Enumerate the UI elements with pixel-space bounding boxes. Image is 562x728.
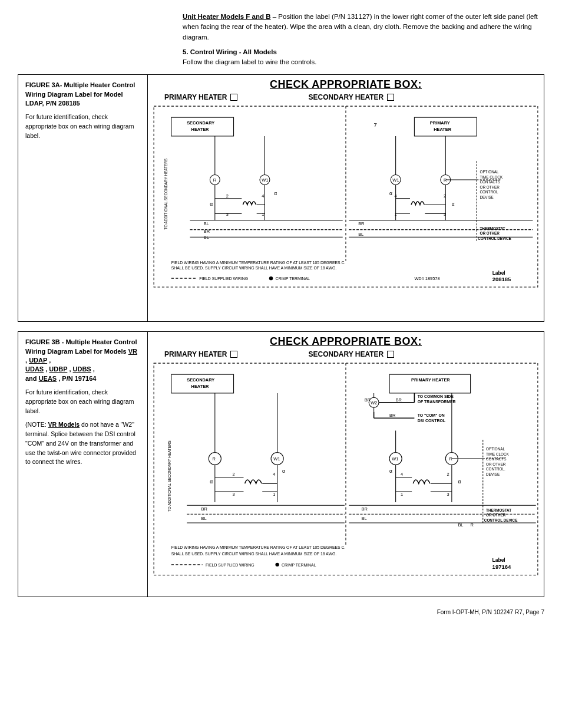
svg-text:DSI CONTROL: DSI CONTROL xyxy=(418,419,445,423)
svg-text:Label: Label xyxy=(492,557,505,563)
figure-3a-title: FIGURE 3A- Multiple Heater Control Wirin… xyxy=(25,81,140,108)
svg-text:R: R xyxy=(449,456,452,462)
svg-text:FIELD SUPPLIED WIRING: FIELD SUPPLIED WIRING xyxy=(206,563,254,567)
secondary-check-box xyxy=(387,94,394,101)
svg-text:R: R xyxy=(471,523,474,528)
figure-3a-svg: SECONDARY HEATER PRIMARY HEATER 7 R W1 2… xyxy=(153,105,539,305)
svg-text:TO ADDITIONAL SECONDARY HEATER: TO ADDITIONAL SECONDARY HEATERS xyxy=(164,159,168,230)
svg-text:DEVISE: DEVISE xyxy=(486,472,500,476)
svg-text:TO ADDITIONAL SECONDARY HEATER: TO ADDITIONAL SECONDARY HEATERS xyxy=(167,441,171,512)
svg-text:OR OTHER: OR OTHER xyxy=(486,513,506,518)
figure-3b-diagram: CHECK APPROPRIATE BOX: PRIMARY HEATER SE… xyxy=(148,332,544,596)
svg-point-73 xyxy=(269,276,273,280)
svg-text:OR OTHER: OR OTHER xyxy=(480,185,500,189)
svg-text:OR OTHER: OR OTHER xyxy=(480,231,500,235)
svg-text:BL: BL xyxy=(201,516,207,521)
svg-text:W1: W1 xyxy=(392,177,399,183)
svg-text:SHALL BE USED.  SUPPLY CIRCUIT: SHALL BE USED. SUPPLY CIRCUIT WIRING SHA… xyxy=(171,552,337,556)
svg-text:TIME CLOCK: TIME CLOCK xyxy=(486,452,509,456)
svg-text:OPTIONAL: OPTIONAL xyxy=(480,170,498,174)
svg-point-165 xyxy=(275,563,279,566)
svg-text:7: 7 xyxy=(374,121,377,128)
svg-text:3: 3 xyxy=(447,492,449,498)
svg-text:Label: Label xyxy=(492,270,505,276)
figure-3a-check-title: CHECK APPROPRIATE BOX: xyxy=(153,78,539,91)
svg-text:TO COMMON SIDE: TO COMMON SIDE xyxy=(418,395,454,399)
svg-text:CONTROL: CONTROL xyxy=(480,190,498,194)
svg-text:α: α xyxy=(210,202,213,207)
svg-text:1: 1 xyxy=(401,492,403,498)
svg-text:HEATER: HEATER xyxy=(191,127,209,133)
svg-text:W1: W1 xyxy=(262,177,268,183)
figure-3b-desc: For future identification, check appropr… xyxy=(25,388,140,416)
svg-text:CRIMP TERMINAL: CRIMP TERMINAL xyxy=(282,563,316,567)
svg-text:BL: BL xyxy=(458,523,463,528)
svg-text:HEATER: HEATER xyxy=(434,127,451,133)
page-footer: Form I-OPT-MH, P/N 102247 R7, Page 7 xyxy=(18,609,544,615)
svg-text:2: 2 xyxy=(226,193,229,199)
svg-text:W1: W1 xyxy=(392,456,398,462)
figure-3b-heater-labels: PRIMARY HEATER SECONDARY HEATER xyxy=(153,350,539,358)
svg-text:BR: BR xyxy=(201,506,207,512)
svg-text:PRIMARY: PRIMARY xyxy=(430,120,450,126)
svg-text:CONTACTS: CONTACTS xyxy=(480,180,500,185)
svg-text:W2: W2 xyxy=(371,400,377,406)
top-heading-para: Unit Heater Models F and B – Position th… xyxy=(183,12,544,42)
svg-text:HEATER: HEATER xyxy=(191,384,209,390)
svg-text:SHALL BE USED.  SUPPLY CIRCUIT: SHALL BE USED. SUPPLY CIRCUIT WIRING SHA… xyxy=(171,266,337,271)
svg-text:FIELD SUPPLIED WIRING: FIELD SUPPLIED WIRING xyxy=(199,277,248,281)
figure-3a-heater-labels: PRIMARY HEATER SECONDARY HEATER xyxy=(153,93,539,101)
top-section: Unit Heater Models F and B – Position th… xyxy=(183,12,544,67)
svg-text:BL: BL xyxy=(204,221,209,226)
svg-text:BL: BL xyxy=(204,235,209,241)
primary-check-box xyxy=(230,94,237,101)
svg-text:BR: BR xyxy=(396,397,402,403)
svg-text:CRIMP TERMINAL: CRIMP TERMINAL xyxy=(275,277,310,281)
svg-text:CONTACTS: CONTACTS xyxy=(486,457,506,461)
svg-text:4: 4 xyxy=(262,193,264,199)
figure-3a-box: FIGURE 3A- Multiple Heater Control Wirin… xyxy=(18,74,544,322)
figure-3a-secondary-label: SECONDARY HEATER xyxy=(308,93,394,101)
figure-3b-title: FIGURE 3B - Multiple Heater Control Wiri… xyxy=(25,338,140,383)
figure-3b-secondary-label: SECONDARY HEATER xyxy=(308,350,394,358)
figure-3a-left: FIGURE 3A- Multiple Heater Control Wirin… xyxy=(18,75,148,321)
svg-text:CONTROL DEVICE: CONTROL DEVICE xyxy=(478,236,511,241)
svg-text:OPTIONAL: OPTIONAL xyxy=(486,447,505,451)
figure-3b-check-title: CHECK APPROPRIATE BOX: xyxy=(153,335,539,348)
svg-text:TIME CLOCK: TIME CLOCK xyxy=(480,175,503,179)
svg-text:α: α xyxy=(210,479,213,485)
svg-text:PRIMARY HEATER: PRIMARY HEATER xyxy=(411,377,450,383)
svg-text:4: 4 xyxy=(401,472,403,477)
figure-3b-primary-label: PRIMARY HEATER xyxy=(164,350,237,358)
svg-text:BL: BL xyxy=(358,232,363,237)
svg-text:CONTROL DEVICE: CONTROL DEVICE xyxy=(484,518,518,522)
secondary-check-box-3b xyxy=(387,351,394,358)
svg-text:BR: BR xyxy=(389,413,395,418)
svg-text:α: α xyxy=(282,469,285,475)
top-heading: Unit Heater Models F and B xyxy=(183,13,271,20)
svg-text:BR: BR xyxy=(361,506,367,512)
svg-text:TO "COM" ON: TO "COM" ON xyxy=(418,413,445,417)
figure-3b-left: FIGURE 3B - Multiple Heater Control Wiri… xyxy=(18,332,148,596)
svg-text:197164: 197164 xyxy=(492,564,511,571)
figure-3a-primary-label: PRIMARY HEATER xyxy=(164,93,237,101)
svg-text:BL: BL xyxy=(361,516,366,521)
svg-text:2: 2 xyxy=(447,472,449,477)
section5-body: Follow the diagram label to wire the con… xyxy=(183,57,544,67)
svg-text:WD# 189578: WD# 189578 xyxy=(414,276,439,282)
figure-3b-box: FIGURE 3B - Multiple Heater Control Wiri… xyxy=(18,331,544,597)
svg-text:R: R xyxy=(213,177,216,183)
svg-text:α: α xyxy=(452,202,455,207)
svg-text:R: R xyxy=(213,456,216,462)
svg-text:OF TRANSFORMER: OF TRANSFORMER xyxy=(418,400,456,404)
svg-text:α: α xyxy=(458,479,461,485)
svg-text:DEVISE: DEVISE xyxy=(480,195,493,199)
svg-text:BR: BR xyxy=(365,397,371,403)
svg-text:CONTROL.: CONTROL. xyxy=(486,467,505,471)
svg-text:α: α xyxy=(274,191,277,197)
figure-3b-note: (NOTE: VR Models do not have a "W2" term… xyxy=(25,420,140,467)
svg-text:3: 3 xyxy=(232,492,234,498)
svg-text:α: α xyxy=(389,469,392,475)
svg-text:R: R xyxy=(444,177,447,183)
svg-text:2: 2 xyxy=(232,472,234,477)
